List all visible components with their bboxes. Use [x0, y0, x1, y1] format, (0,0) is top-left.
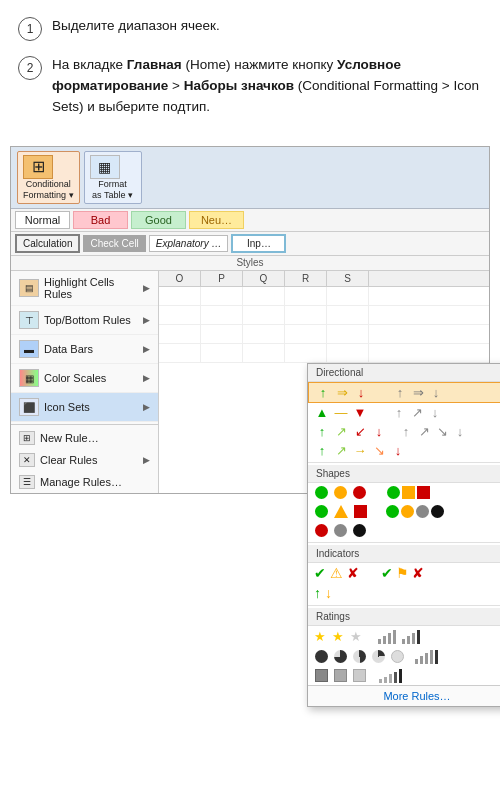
cell-p2[interactable]: [201, 306, 243, 324]
ribbon: ⊞ ConditionalFormatting ▾ ▦ Formatas Tab…: [11, 147, 489, 210]
newrule-icon: ⊞: [19, 431, 35, 445]
cell-q3[interactable]: [243, 325, 285, 343]
cell-p3[interactable]: [201, 325, 243, 343]
cell-q4[interactable]: [243, 344, 285, 362]
cell-p4[interactable]: [201, 344, 243, 362]
bars-big-1: [415, 650, 438, 664]
menu-colorscales[interactable]: ▦ Color Scales ▶: [11, 364, 158, 393]
styles-row-2: Calculation Check Cell Explanatory … Inp…: [11, 232, 489, 256]
tri-right-yellow: —: [333, 405, 349, 420]
style-bad[interactable]: Bad: [73, 211, 128, 229]
style-neutral[interactable]: Neu…: [189, 211, 244, 229]
cell-q1[interactable]: [243, 287, 285, 305]
style-good[interactable]: Good: [131, 211, 186, 229]
arr5-downright: ↘: [371, 443, 387, 458]
menu-databars[interactable]: ▬ Data Bars ▶: [11, 335, 158, 364]
clearrules-arrow: ▶: [143, 455, 150, 465]
cell-r1[interactable]: [285, 287, 327, 305]
circle-gray-2b: [416, 505, 429, 518]
icon-down-outline-1: ↓: [428, 385, 444, 400]
directional-row-2[interactable]: ▲ — ▼ ↑ ↗ ↓: [308, 403, 500, 422]
managerules-icon: ☰: [19, 475, 35, 489]
style-explanatory[interactable]: Explanatory …: [149, 235, 229, 252]
arrow-downleft-3: ↙: [352, 424, 368, 439]
directional-row-3[interactable]: ↑ ↗ ↙ ↓ ↑ ↗ ↘ ↓: [308, 422, 500, 441]
topbottom-icon: ⊤: [19, 311, 39, 329]
arrow-ind-up: ↑: [314, 585, 321, 601]
exclamation-yellow: ⚠: [330, 565, 343, 581]
ratings-row-2[interactable]: [308, 647, 500, 666]
cell-o3[interactable]: [159, 325, 201, 343]
arrow-down-3: ↓: [371, 424, 387, 439]
col-q: Q: [243, 271, 285, 286]
menu-topbottom[interactable]: ⊤ Top/Bottom Rules ▶: [11, 306, 158, 335]
style-normal[interactable]: Normal: [15, 211, 70, 229]
shapes-row-1[interactable]: [308, 483, 500, 502]
conditional-formatting-button[interactable]: ⊞ ConditionalFormatting ▾: [17, 151, 80, 205]
flag-yellow: ⚑: [396, 565, 409, 581]
step-2-text: На вкладке Главная (Home) нажмите кнопку…: [52, 55, 482, 118]
bar8: [417, 630, 420, 644]
cross-red-2: ✘: [412, 565, 424, 581]
shapes-row-3[interactable]: [308, 521, 500, 540]
circle-green-2b: [386, 505, 399, 518]
checkmark-green: ✔: [314, 565, 326, 581]
menu-clearrules[interactable]: ✕ Clear Rules ▶: [11, 449, 158, 471]
style-input[interactable]: Inp…: [231, 234, 286, 253]
menu-iconsets[interactable]: ⬛ Icon Sets ▶: [11, 393, 158, 422]
sep-indicators: [308, 542, 500, 543]
icon-up-2: ↑: [391, 405, 407, 420]
icon-right-yellow: ⇒: [334, 385, 350, 400]
cell-r3[interactable]: [285, 325, 327, 343]
circle-black-2b: [431, 505, 444, 518]
indicators-row-2[interactable]: ↑ ↓: [308, 583, 500, 603]
grid-row-4: [159, 344, 489, 363]
directional-row-1[interactable]: ↑ ⇒ ↓ ↑ ⇒ ↓: [308, 382, 500, 403]
highlight-cells-arrow: ▶: [143, 283, 150, 293]
bbbar3: [389, 674, 392, 683]
databars-icon: ▬: [19, 340, 39, 358]
circle-red-1: [353, 486, 366, 499]
cell-o1[interactable]: [159, 287, 201, 305]
cell-s4[interactable]: [327, 344, 369, 362]
cell-r2[interactable]: [285, 306, 327, 324]
shapes-row-2[interactable]: [308, 502, 500, 521]
tri-up-green: ▲: [314, 405, 330, 420]
menu-newrule[interactable]: ⊞ New Rule…: [11, 427, 158, 449]
style-check-cell[interactable]: Check Cell: [83, 235, 145, 252]
icon-down-3: ↘: [434, 424, 450, 439]
icon-downright-2: ↓: [427, 405, 443, 420]
cell-q2[interactable]: [243, 306, 285, 324]
step-1: 1 Выделите диапазон ячеек.: [18, 16, 482, 41]
more-rules-button[interactable]: More Rules…: [308, 685, 500, 706]
sep-ratings: [308, 605, 500, 606]
newrule-label: New Rule…: [40, 432, 99, 444]
cell-o2[interactable]: [159, 306, 201, 324]
style-calculation[interactable]: Calculation: [15, 234, 80, 253]
bar3: [388, 633, 391, 644]
bbbar5: [399, 669, 402, 683]
cell-s1[interactable]: [327, 287, 369, 305]
cell-s3[interactable]: [327, 325, 369, 343]
cell-s2[interactable]: [327, 306, 369, 324]
menu-managerules[interactable]: ☰ Manage Rules…: [11, 471, 158, 493]
menu-highlight-cells[interactable]: ▤ Highlight Cells Rules ▶: [11, 271, 158, 306]
ratings-row-3[interactable]: [308, 666, 500, 685]
circle-gray-3: [334, 524, 347, 537]
step-1-text: Выделите диапазон ячеек.: [52, 16, 220, 37]
cell-o4[interactable]: [159, 344, 201, 362]
triangle-yellow-2: [334, 505, 348, 518]
ratings-row-1[interactable]: ★ ★ ★: [308, 626, 500, 647]
arr5-down: ↓: [390, 443, 406, 458]
icon-up-outline-1: ↑: [392, 385, 408, 400]
bbbar2: [384, 677, 387, 683]
directional-row-4[interactable]: ↑ ↗ → ↘ ↓: [308, 441, 500, 460]
icon-up-green: ↑: [315, 385, 331, 400]
step-1-number: 1: [18, 17, 42, 41]
cell-r4[interactable]: [285, 344, 327, 362]
bbar1: [415, 659, 418, 664]
square-red-2: [354, 505, 367, 518]
format-as-table-button[interactable]: ▦ Formatas Table ▾: [84, 151, 142, 205]
indicators-row-1[interactable]: ✔ ⚠ ✘ ✔ ⚑ ✘: [308, 563, 500, 583]
cell-p1[interactable]: [201, 287, 243, 305]
